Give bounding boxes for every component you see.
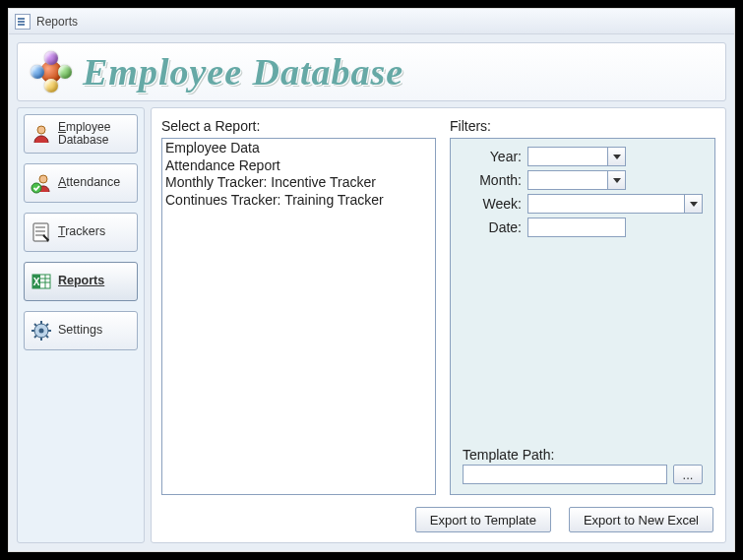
sidebar-item-reports[interactable]: X Reports — [24, 262, 138, 301]
report-listbox[interactable]: Employee Data Attendance Report Monthly … — [161, 138, 436, 495]
svg-text:X: X — [33, 277, 40, 287]
svg-point-14 — [39, 329, 44, 334]
person-icon — [29, 121, 54, 147]
list-item[interactable]: Monthly Tracker: Incentive Tracker — [165, 174, 432, 192]
attendance-icon — [29, 170, 54, 196]
report-icon — [15, 14, 31, 30]
excel-icon: X — [29, 269, 54, 294]
template-path-section: Template Path: ... — [463, 447, 703, 484]
report-select-column: Select a Report: Employee Data Attendanc… — [161, 118, 436, 495]
month-label: Month: — [463, 172, 522, 188]
gear-icon — [29, 318, 54, 343]
columns: Select a Report: Employee Data Attendanc… — [161, 118, 715, 495]
week-combo[interactable] — [527, 194, 703, 214]
sidebar-item-label: Trackers — [58, 225, 133, 239]
sidebar-item-settings[interactable]: Settings — [24, 311, 138, 350]
year-input[interactable] — [528, 148, 607, 165]
date-label: Date: — [463, 219, 522, 235]
header: Employee Database — [17, 42, 726, 101]
browse-button[interactable]: ... — [673, 465, 703, 484]
svg-point-0 — [37, 126, 45, 134]
chevron-down-icon[interactable] — [684, 195, 702, 213]
sidebar-item-label: EmployeeDatabase — [58, 121, 133, 147]
template-path-label: Template Path: — [463, 447, 703, 463]
week-input[interactable] — [528, 195, 684, 213]
titlebar: Reports — [9, 9, 734, 34]
svg-line-22 — [46, 324, 48, 326]
list-item[interactable]: Continues Tracker: Training Tracker — [165, 192, 432, 210]
sidebar-item-label: Attendance — [58, 176, 133, 190]
main-pane: Select a Report: Employee Data Attendanc… — [151, 107, 726, 543]
year-combo[interactable] — [527, 147, 626, 166]
footer-buttons: Export to Template Export to New Excel — [415, 507, 713, 532]
svg-line-21 — [34, 336, 36, 338]
export-to-new-excel-button[interactable]: Export to New Excel — [569, 507, 713, 532]
svg-point-2 — [31, 183, 41, 193]
sidebar-item-trackers[interactable]: Trackers — [24, 213, 138, 252]
filters-column: Filters: Year: Month: — [450, 118, 715, 495]
export-to-template-button[interactable]: Export to Template — [415, 507, 551, 532]
sidebar: EmployeeDatabase Attendance — [17, 107, 145, 543]
svg-point-1 — [39, 175, 47, 183]
list-item[interactable]: Employee Data — [165, 140, 432, 157]
sidebar-item-label: Reports — [58, 275, 133, 288]
year-label: Year: — [463, 149, 522, 164]
svg-line-20 — [46, 336, 48, 338]
svg-line-19 — [34, 324, 36, 326]
content: EmployeeDatabase Attendance — [17, 107, 726, 543]
chevron-down-icon[interactable] — [607, 171, 625, 189]
filters-label: Filters: — [450, 118, 715, 134]
month-input[interactable] — [528, 171, 607, 189]
sidebar-item-employee-database[interactable]: EmployeeDatabase — [24, 114, 138, 154]
chevron-down-icon[interactable] — [607, 148, 625, 165]
logo-icon — [31, 52, 71, 92]
list-item[interactable]: Attendance Report — [165, 157, 432, 175]
window-frame: Reports Employee Database EmployeeDataba… — [8, 8, 735, 552]
app-title: Employee Database — [83, 50, 403, 93]
window-title: Reports — [36, 15, 78, 29]
sidebar-item-label: Settings — [58, 324, 133, 338]
select-report-label: Select a Report: — [161, 118, 436, 134]
sidebar-item-attendance[interactable]: Attendance — [24, 163, 138, 203]
date-input[interactable] — [527, 218, 626, 237]
week-label: Week: — [463, 196, 522, 212]
template-path-input[interactable] — [463, 465, 667, 484]
month-combo[interactable] — [527, 170, 626, 190]
trackers-icon — [29, 219, 54, 245]
filters-panel: Year: Month: — [450, 138, 715, 495]
